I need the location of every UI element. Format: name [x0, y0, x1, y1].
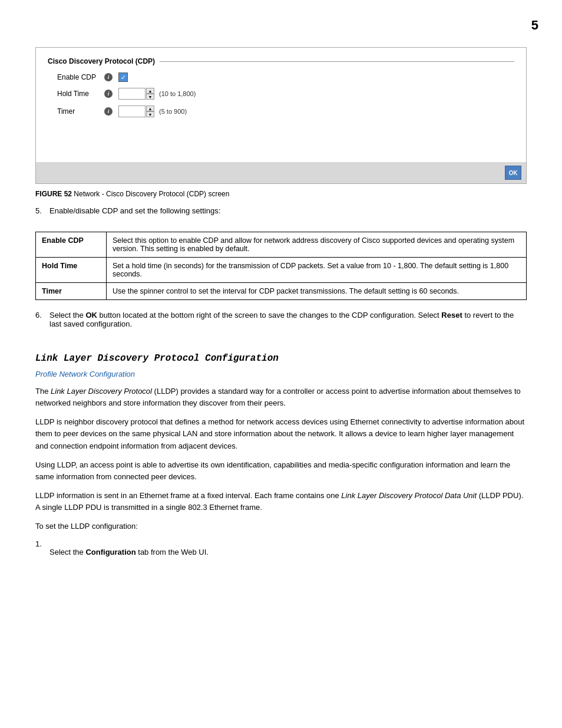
step6-text: Select the OK button located at the bott…	[49, 311, 527, 328]
enable-cdp-checkbox[interactable]: ✓	[118, 73, 128, 82]
timer-range: (5 to 900)	[159, 108, 187, 115]
step6-container: 6. Select the OK button located at the b…	[35, 311, 527, 340]
page-number: 5	[531, 18, 538, 33]
timer-spinner-buttons[interactable]: ▲ ▼	[146, 106, 154, 117]
step5-number: 5.	[35, 206, 49, 223]
para-1: LLDP is neighbor discovery protocol that…	[35, 416, 527, 452]
timer-label: Timer	[57, 107, 104, 116]
cdp-section-title: Cisco Discovery Protocol (CDP)	[48, 57, 514, 65]
figure-caption-text: Network - Cisco Discovery Protocol (CDP)…	[74, 190, 229, 198]
table-cell-label-1: Hold Time	[36, 258, 107, 283]
cdp-timer-row: Timer i 60 ▲ ▼ (5 to 900)	[48, 106, 514, 117]
bottom-step1-text: Select the Configuration tab from the We…	[49, 548, 209, 556]
hold-time-down-btn[interactable]: ▼	[146, 94, 154, 100]
section-heading: Link Layer Discovery Protocol Configurat…	[35, 353, 527, 364]
bottom-step1-suffix: tab from the Web UI.	[136, 548, 209, 556]
hold-time-info-icon: i	[104, 90, 113, 98]
para-0: The Link Layer Discovery Protocol (LLDP)…	[35, 386, 527, 409]
table-cell-desc-1: Set a hold time (in seconds) for the tra…	[107, 258, 527, 283]
enable-cdp-info-icon: i	[104, 73, 113, 81]
hold-time-up-btn[interactable]: ▲	[146, 88, 154, 94]
para-2: Using LLDP, an access point is able to a…	[35, 459, 527, 483]
hold-time-spinner[interactable]: 180 ▲ ▼	[118, 88, 154, 100]
table-cell-label-2: Timer	[36, 283, 107, 300]
table-cell-desc-2: Use the spinner control to set the inter…	[107, 283, 527, 300]
hold-time-label: Hold Time	[57, 90, 104, 98]
timer-spinner[interactable]: 60 ▲ ▼	[118, 106, 154, 117]
step6-ok-label: OK	[85, 311, 97, 319]
profile-network-configuration-link[interactable]: Profile Network Configuration	[35, 370, 527, 378]
hold-time-spinner-buttons[interactable]: ▲ ▼	[146, 88, 154, 100]
screenshot-footer: OK	[36, 162, 526, 183]
step6-before-ok: Select the	[49, 311, 85, 319]
step6-number: 6.	[35, 311, 49, 340]
table-row: Enable CDP Select this option to enable …	[36, 232, 527, 258]
page-wrapper: 5 Cisco Discovery Protocol (CDP) Enable …	[0, 0, 562, 728]
timer-down-btn[interactable]: ▼	[146, 111, 154, 117]
bottom-step1-prefix: Select the	[49, 548, 85, 556]
ok-button-img[interactable]: OK	[505, 166, 521, 180]
table-row: Timer Use the spinner control to set the…	[36, 283, 527, 300]
hold-time-range: (10 to 1,800)	[159, 90, 196, 97]
para-3: LLDP information is sent in an Ethernet …	[35, 490, 527, 513]
timer-input[interactable]: 60	[118, 106, 146, 117]
step5-text: Enable/disable CDP and set the following…	[49, 206, 220, 215]
hold-time-input[interactable]: 180	[118, 88, 146, 100]
timer-up-btn[interactable]: ▲	[146, 106, 154, 111]
settings-table: Enable CDP Select this option to enable …	[35, 232, 527, 300]
step5-container: 5. Enable/disable CDP and set the follow…	[35, 206, 527, 223]
figure-caption: FIGURE 52 Network - Cisco Discovery Prot…	[35, 190, 527, 198]
bottom-step1-number: 1.	[35, 539, 49, 556]
enable-cdp-label: Enable CDP	[57, 73, 104, 81]
step6-reset-label: Reset	[441, 311, 462, 319]
cdp-enable-row: Enable CDP i ✓	[48, 73, 514, 82]
table-cell-label-0: Enable CDP	[36, 232, 107, 258]
figure-number: FIGURE 52	[35, 190, 72, 198]
table-row: Hold Time Set a hold time (in seconds) f…	[36, 258, 527, 283]
timer-info-icon: i	[104, 107, 113, 116]
cdp-screenshot: Cisco Discovery Protocol (CDP) Enable CD…	[35, 47, 527, 184]
cdp-holdtime-row: Hold Time i 180 ▲ ▼ (10 to 1,800)	[48, 88, 514, 100]
bottom-step1-container: 1. Select the Configuration tab from the…	[35, 539, 527, 556]
table-cell-desc-0: Select this option to enable CDP and all…	[107, 232, 527, 258]
configuration-tab-label: Configuration	[85, 548, 135, 556]
step6-middle: button located at the bottom right of th…	[97, 311, 441, 319]
para-4: To set the LLDP configuration:	[35, 521, 527, 532]
